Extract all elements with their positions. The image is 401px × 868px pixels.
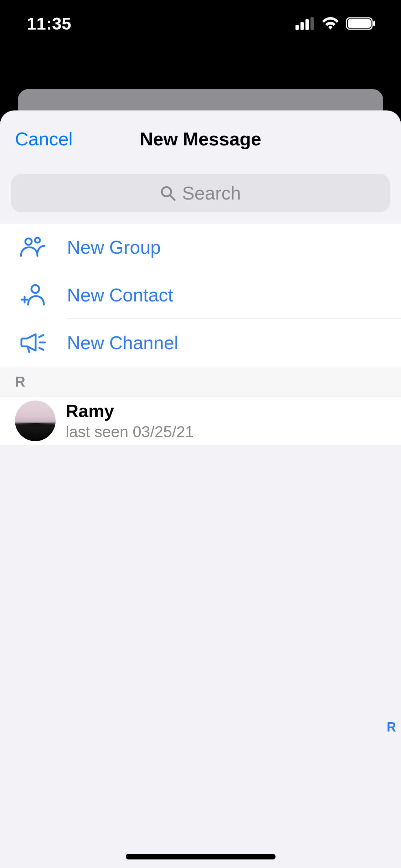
svg-rect-0	[295, 25, 299, 30]
svg-point-7	[162, 187, 171, 196]
contact-row[interactable]: Ramy last seen 03/25/21	[0, 397, 401, 445]
section-header-letter: R	[0, 367, 401, 397]
action-label: New Channel	[67, 332, 178, 353]
new-group-button[interactable]: New Group	[0, 223, 401, 271]
add-contact-icon	[19, 280, 48, 310]
search-container: Search	[0, 167, 401, 223]
action-label: New Group	[67, 237, 161, 258]
battery-icon	[346, 17, 376, 30]
svg-point-10	[35, 238, 40, 243]
status-bar: 11:35	[0, 0, 401, 47]
contact-status: last seen 03/25/21	[66, 423, 194, 441]
cellular-icon	[295, 17, 315, 30]
svg-point-9	[25, 238, 32, 245]
svg-line-15	[39, 335, 43, 337]
cancel-button[interactable]: Cancel	[15, 128, 73, 150]
sheet-header: Cancel New Message	[0, 110, 401, 167]
search-input[interactable]: Search	[11, 174, 390, 212]
search-placeholder: Search	[182, 182, 241, 204]
search-icon	[160, 185, 176, 201]
svg-rect-2	[305, 19, 309, 30]
index-scroll-letter[interactable]: R	[387, 720, 396, 735]
megaphone-icon	[19, 328, 48, 358]
svg-line-8	[170, 196, 175, 200]
contact-name: Ramy	[66, 401, 194, 422]
action-label: New Contact	[67, 284, 173, 306]
wifi-icon	[321, 17, 340, 30]
status-time: 11:35	[27, 14, 71, 33]
new-contact-button[interactable]: New Contact	[0, 271, 401, 319]
svg-line-17	[39, 348, 43, 350]
svg-rect-1	[300, 22, 304, 30]
background-card	[18, 89, 383, 110]
actions-list: New Group New Contact	[0, 223, 401, 367]
contact-texts: Ramy last seen 03/25/21	[66, 401, 194, 441]
home-indicator[interactable]	[126, 854, 276, 859]
svg-rect-6	[373, 21, 375, 26]
new-channel-button[interactable]: New Channel	[0, 319, 401, 367]
device-frame: 11:35	[0, 0, 401, 868]
group-icon	[19, 232, 48, 262]
new-message-sheet: Cancel New Message Search	[0, 110, 401, 868]
svg-rect-5	[348, 19, 371, 28]
svg-rect-3	[310, 17, 314, 30]
svg-point-11	[31, 285, 39, 293]
status-icons	[295, 17, 376, 30]
page-title: New Message	[140, 128, 261, 150]
avatar	[15, 401, 56, 441]
